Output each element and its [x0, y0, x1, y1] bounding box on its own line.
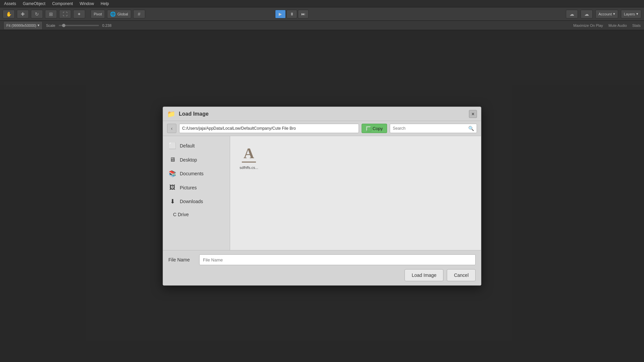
address-path: C:/Users/jaja/AppData/LocalLow/DefaultCo… [182, 126, 296, 131]
address-bar[interactable]: C:/Users/jaja/AppData/LocalLow/DefaultCo… [179, 124, 359, 133]
dialog-footer: File Name Load Image Cancel [163, 250, 481, 285]
load-image-button[interactable]: Load Image [405, 269, 443, 281]
global-btn[interactable]: 🌐 Global [107, 10, 131, 18]
play-controls: ▶ ⏸ ⏭ [275, 10, 309, 18]
hand-tool[interactable]: ✋ [3, 10, 15, 18]
rotate-tool[interactable]: ↻ [31, 10, 43, 18]
sidebar-item-documents[interactable]: 📚 Documents [163, 167, 230, 181]
menubar: Assets GameObject Component Window Help [0, 0, 644, 7]
pivot-label: Pivot [94, 12, 102, 16]
maximize-label[interactable]: Maximize On Play [573, 23, 603, 27]
search-bar[interactable]: 🔍 [390, 124, 477, 133]
hand-icon: ✋ [6, 11, 12, 17]
sidebar-item-cdrive[interactable]: C Drive [163, 208, 230, 221]
sidebar-label-documents: Documents [180, 171, 204, 176]
scale-slider[interactable] [59, 25, 99, 26]
toolbar: ✋ ✚ ↻ ⊞ ⛶ ✦ Pivot 🌐 Global # ▶ ⏸ ⏭ ☁ ☁ [0, 7, 644, 21]
sidebar-label-default: Default [180, 143, 195, 148]
step-button[interactable]: ⏭ [298, 10, 309, 18]
collab-icon: ☁ [569, 11, 575, 17]
default-icon: ⬜ [168, 142, 176, 149]
letter-a-icon: A [244, 146, 254, 161]
collab-icon-btn[interactable]: ☁ [566, 10, 578, 18]
search-icon: 🔍 [468, 126, 474, 131]
scale-bar: Fit (99999x50000) ▾ Scale 0.238 Maximize… [0, 21, 644, 30]
load-image-dialog: 📁 Load Image × ‹ C:/Users/jaja/AppData/L… [163, 107, 481, 286]
downloads-icon: ⬇ [168, 198, 176, 205]
pause-button[interactable]: ⏸ [286, 10, 297, 18]
menu-window[interactable]: Window [77, 1, 96, 7]
custom-tool[interactable]: ✦ [73, 10, 85, 18]
sidebar-item-default[interactable]: ⬜ Default [163, 139, 230, 153]
menu-gameobject[interactable]: GameObject [21, 1, 47, 7]
sidebar-label-pictures: Pictures [180, 185, 197, 190]
folder-icon: 📁 [167, 110, 175, 118]
sidebar-item-downloads[interactable]: ⬇ Downloads [163, 194, 230, 208]
file-icon: A [239, 144, 259, 164]
services-icon: ☁ [584, 11, 590, 17]
scale-slider-thumb [62, 24, 65, 27]
menu-help[interactable]: Help [99, 1, 111, 7]
scale-icon: ⊞ [48, 11, 54, 17]
dialog-titlebar: 📁 Load Image × [163, 107, 481, 121]
account-chevron-icon: ▾ [613, 12, 615, 16]
desktop-icon: 🖥 [168, 156, 176, 163]
account-dropdown[interactable]: Account ▾ [595, 10, 618, 18]
sidebar-label-downloads: Downloads [180, 199, 203, 204]
sidebar-item-desktop[interactable]: 🖥 Desktop [163, 153, 230, 167]
scale-value: 0.238 [102, 23, 112, 27]
letter-a-underline [242, 162, 256, 163]
dialog-close-button[interactable]: × [469, 110, 477, 118]
global-label: Global [117, 12, 128, 16]
menu-component[interactable]: Component [50, 1, 75, 7]
move-tool[interactable]: ✚ [17, 10, 29, 18]
file-item[interactable]: A sdfhffs.cs... [235, 141, 262, 172]
rect-icon: ⛶ [62, 11, 68, 17]
fit-label: Fit (99999x50000) [6, 23, 36, 27]
grid-btn[interactable]: # [133, 10, 145, 18]
file-name-input[interactable] [199, 254, 476, 265]
rect-tool[interactable]: ⛶ [59, 10, 71, 18]
file-name-label-text: File Name [168, 257, 195, 262]
scale-tool[interactable]: ⊞ [45, 10, 57, 18]
move-icon: ✚ [20, 11, 26, 17]
scale-text: Scale [46, 23, 55, 27]
file-name-label: sdfhffs.cs... [239, 166, 258, 170]
global-icon: 🌐 [110, 11, 116, 17]
toolbar-right: ☁ ☁ Account ▾ Layers ▾ [566, 10, 641, 18]
copy-icon [366, 126, 371, 131]
layers-label: Layers [624, 12, 635, 16]
search-input[interactable] [393, 126, 467, 131]
sidebar-label-cdrive: C Drive [173, 212, 189, 217]
fit-dropdown[interactable]: Fit (99999x50000) ▾ [3, 21, 43, 30]
pivot-btn[interactable]: Pivot [91, 10, 105, 18]
layers-dropdown[interactable]: Layers ▾ [621, 10, 641, 18]
pictures-icon: 🖼 [168, 184, 176, 191]
dialog-body: ⬜ Default 🖥 Desktop 📚 Documents 🖼 Pictur… [163, 136, 481, 250]
fit-chevron-icon: ▾ [38, 23, 40, 27]
rotate-icon: ↻ [34, 11, 40, 17]
dialog-actions: Load Image Cancel [168, 269, 476, 281]
mute-label[interactable]: Mute Audio [608, 23, 627, 27]
copy-button[interactable]: Copy [362, 124, 387, 133]
modal-overlay: 📁 Load Image × ‹ C:/Users/jaja/AppData/L… [0, 30, 644, 362]
services-btn[interactable]: ☁ [581, 10, 593, 18]
documents-icon: 📚 [168, 170, 176, 177]
scale-bar-right: Maximize On Play Mute Audio Stats [573, 23, 641, 27]
dialog-title: Load Image [179, 111, 466, 117]
stats-label[interactable]: Stats [632, 23, 641, 27]
dialog-sidebar: ⬜ Default 🖥 Desktop 📚 Documents 🖼 Pictur… [163, 136, 230, 250]
play-button[interactable]: ▶ [275, 10, 286, 18]
custom-icon: ✦ [76, 11, 82, 17]
address-bar-row: ‹ C:/Users/jaja/AppData/LocalLow/Default… [163, 121, 481, 136]
grid-icon: # [136, 11, 142, 17]
sidebar-item-pictures[interactable]: 🖼 Pictures [163, 181, 230, 194]
sidebar-label-desktop: Desktop [180, 157, 197, 163]
back-button[interactable]: ‹ [167, 124, 176, 133]
file-name-row: File Name [168, 254, 476, 265]
menu-assets[interactable]: Assets [2, 1, 18, 7]
account-label: Account [598, 12, 612, 16]
layers-chevron-icon: ▾ [636, 12, 638, 16]
copy-label: Copy [373, 126, 383, 131]
cancel-button[interactable]: Cancel [447, 269, 476, 281]
